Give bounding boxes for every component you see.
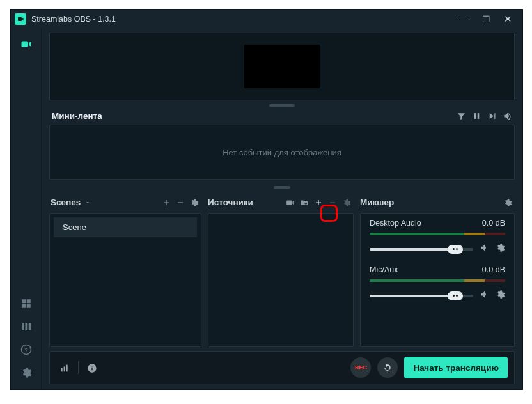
audio-meter (370, 233, 505, 235)
speaker-icon[interactable] (480, 243, 489, 255)
svg-rect-12 (178, 202, 183, 203)
svg-rect-7 (28, 323, 31, 330)
add-webcam-icon[interactable] (283, 196, 297, 208)
svg-rect-18 (91, 367, 92, 370)
sidebar: ? (11, 29, 42, 389)
remove-source-icon[interactable] (325, 196, 340, 208)
app-logo (15, 13, 26, 25)
info-icon[interactable] (84, 362, 100, 373)
track-level: 0.0 dB (482, 219, 505, 228)
go-live-button[interactable]: Начать трансляцию (404, 357, 508, 378)
mini-feed: Мини-лента Нет событий для отображения (49, 107, 515, 180)
preview-canvas (244, 45, 320, 88)
add-folder-icon[interactable] (297, 196, 311, 208)
titlebar: Streamlabs OBS - 1.3.1 — ☐ ✕ (11, 10, 522, 29)
mixer-track: Desktop Audio 0.0 dB (370, 219, 505, 255)
svg-rect-5 (22, 323, 24, 330)
track-name: Mic/Aux (370, 265, 482, 274)
sources-title: Источники (208, 198, 253, 207)
track-settings-icon[interactable] (496, 243, 505, 255)
feed-empty-text: Нет событий для отображения (49, 125, 515, 180)
track-level: 0.0 dB (482, 265, 505, 274)
window-title: Streamlabs OBS - 1.3.1 (31, 15, 453, 24)
add-scene-icon[interactable] (159, 196, 173, 208)
scenes-panel: Scenes Scene (49, 194, 201, 347)
help-icon[interactable]: ? (11, 338, 42, 361)
svg-rect-6 (25, 323, 27, 330)
svg-rect-14 (61, 368, 63, 371)
svg-rect-13 (330, 202, 335, 203)
svg-rect-19 (91, 366, 92, 366)
layout-icon[interactable] (11, 315, 42, 338)
track-settings-icon[interactable] (496, 290, 505, 302)
svg-text:?: ? (24, 346, 28, 354)
pause-icon[interactable] (469, 110, 484, 121)
skip-icon[interactable] (484, 110, 499, 121)
minimize-button[interactable]: — (453, 10, 475, 29)
feed-title: Мини-лента (49, 111, 453, 121)
sources-panel: Источники (208, 194, 354, 347)
volume-slider[interactable] (370, 295, 473, 297)
mixer-panel: Микшер Desktop Audio 0.0 dB (360, 194, 515, 347)
scene-item[interactable]: Scene (54, 217, 197, 237)
mixer-title: Микшер (360, 198, 394, 207)
svg-rect-0 (18, 17, 22, 21)
app-window: Streamlabs OBS - 1.3.1 — ☐ ✕ ? Мини-лент… (10, 9, 523, 390)
settings-icon[interactable] (11, 361, 42, 384)
scenes-dropdown-icon[interactable] (81, 196, 95, 208)
volume-slider[interactable] (370, 248, 473, 251)
mixer-track: Mic/Aux 0.0 dB (370, 265, 505, 302)
svg-rect-4 (26, 304, 30, 308)
scene-settings-icon[interactable] (187, 196, 201, 208)
resize-grip-icon[interactable] (274, 186, 290, 189)
mixer-settings-icon[interactable] (501, 196, 515, 208)
replay-button[interactable] (377, 357, 398, 378)
track-name: Desktop Audio (370, 219, 482, 228)
speaker-icon[interactable] (480, 290, 489, 302)
source-settings-icon[interactable] (340, 196, 354, 208)
bottom-bar: REC Начать трансляцию (49, 351, 515, 384)
dashboard-icon[interactable] (11, 292, 42, 315)
svg-rect-2 (26, 299, 30, 303)
add-source-icon[interactable] (311, 196, 325, 208)
svg-rect-11 (477, 113, 479, 119)
svg-rect-10 (474, 113, 476, 119)
record-button[interactable]: REC (350, 357, 371, 378)
editor-tab-icon[interactable] (11, 33, 42, 56)
stats-icon[interactable] (56, 362, 73, 373)
remove-scene-icon[interactable] (173, 196, 187, 208)
maximize-button[interactable]: ☐ (475, 10, 497, 29)
svg-rect-16 (66, 364, 68, 371)
filter-icon[interactable] (453, 110, 469, 121)
scenes-title: Scenes (51, 198, 81, 207)
svg-rect-15 (64, 366, 65, 371)
main-area: Мини-лента Нет событий для отображения S… (42, 29, 522, 389)
svg-rect-1 (22, 299, 26, 303)
preview-area[interactable] (49, 33, 515, 100)
svg-rect-3 (22, 304, 26, 308)
audio-meter (370, 279, 505, 282)
separator (78, 361, 79, 374)
close-button[interactable]: ✕ (497, 10, 519, 29)
volume-icon[interactable] (499, 110, 515, 121)
